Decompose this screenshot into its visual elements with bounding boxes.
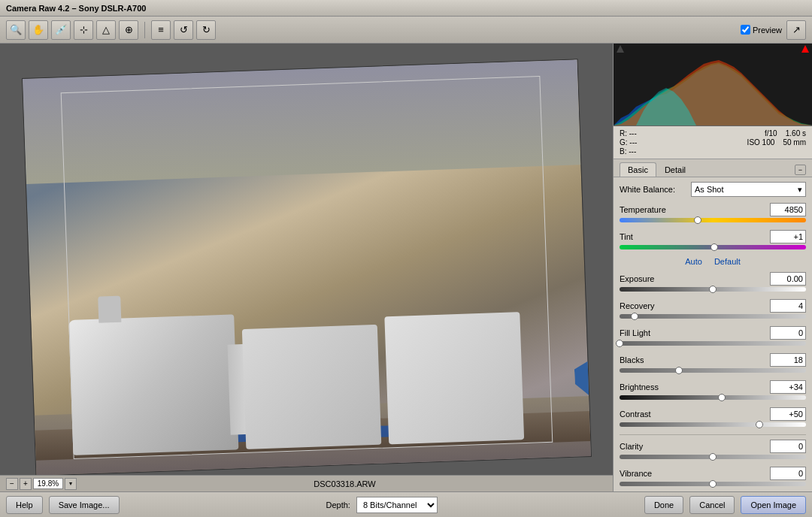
white-balance-value: As Shot (695, 185, 724, 194)
vibrance-slider[interactable] (620, 482, 806, 486)
exposure-slider[interactable] (620, 287, 806, 292)
focal-value: 50 mm (783, 138, 806, 147)
depth-select[interactable]: 8 Bits/Channel 16 Bits/Channel (356, 497, 438, 513)
recovery-value[interactable]: 4 (770, 299, 806, 313)
blacks-thumb[interactable] (675, 367, 683, 374)
histogram (614, 44, 812, 126)
clarity-thumb[interactable] (709, 453, 717, 461)
clarity-slider[interactable] (620, 455, 806, 459)
fill-light-row: Fill Light 0 (620, 326, 806, 346)
blacks-slider[interactable] (620, 368, 806, 373)
car2 (384, 312, 524, 444)
brightness-slider[interactable] (620, 395, 806, 400)
save-button[interactable]: Save Image... (49, 496, 120, 514)
exposure-label: Exposure (620, 274, 680, 283)
crop-tool-btn[interactable]: ⊹ (74, 20, 93, 40)
zoom-tool-btn[interactable]: 🔍 (6, 20, 26, 40)
exposure-value[interactable]: 0.00 (770, 272, 806, 286)
retouch-tool-btn[interactable]: ⊕ (119, 20, 138, 40)
zoom-dropdown-btn[interactable]: ▾ (65, 478, 77, 490)
train-image[interactable] (21, 59, 591, 476)
recovery-thumb[interactable] (631, 313, 638, 320)
redo-btn[interactable]: ↻ (196, 20, 216, 40)
auto-link[interactable]: Auto (685, 257, 702, 266)
recovery-slider[interactable] (620, 314, 806, 319)
blacks-row: Blacks 18 (620, 353, 806, 373)
locomotive (68, 314, 238, 455)
brightness-top: Brightness +34 (620, 380, 806, 394)
r-label: R: --- (620, 129, 637, 138)
histogram-highlight-warning (801, 45, 809, 53)
zoom-in-btn[interactable]: + (20, 478, 32, 490)
fullscreen-btn[interactable]: ↗ (786, 20, 806, 40)
recovery-top: Recovery 4 (620, 299, 806, 313)
brightness-thumb[interactable] (718, 394, 726, 401)
panel-minimize-btn[interactable]: − (795, 165, 806, 175)
vibrance-row: Vibrance 0 (620, 467, 806, 486)
contrast-slider[interactable] (620, 422, 806, 427)
histogram-shadow-warning (617, 45, 624, 53)
temperature-thumb[interactable] (694, 216, 701, 224)
hand-tool-btn[interactable]: ✋ (29, 20, 48, 40)
white-balance-row: White Balance: As Shot ▾ (620, 182, 806, 197)
vibrance-thumb[interactable] (709, 480, 717, 488)
brightness-value[interactable]: +34 (770, 380, 806, 394)
g-label: G: --- (620, 138, 637, 147)
panel-divider (620, 434, 806, 435)
preview-checkbox-container[interactable]: Preview (741, 25, 782, 35)
help-button[interactable]: Help (6, 496, 43, 514)
zoom-value[interactable]: 19.8% (33, 478, 63, 489)
toolbar: 🔍 ✋ 💉 ⊹ △ ⊕ ≡ ↺ ↻ Preview ↗ (0, 17, 812, 44)
contrast-thumb[interactable] (756, 421, 763, 428)
temperature-label: Temperature (620, 205, 680, 214)
blacks-value[interactable]: 18 (770, 353, 806, 367)
cancel-button[interactable]: Cancel (689, 496, 735, 514)
vibrance-top: Vibrance 0 (620, 467, 806, 480)
tint-row: Tint +1 (620, 230, 806, 249)
undo-btn[interactable]: ↺ (174, 20, 193, 40)
temperature-value[interactable]: 4850 (770, 203, 806, 216)
done-button[interactable]: Done (644, 496, 683, 514)
default-link[interactable]: Default (714, 257, 741, 266)
exposure-row: Exposure 0.00 (620, 272, 806, 292)
eyedropper-tool-btn[interactable]: 💉 (51, 20, 71, 40)
brightness-label: Brightness (620, 382, 680, 392)
fill-light-slider[interactable] (620, 341, 806, 346)
canvas-area: − + 19.8% ▾ DSC03318.ARW (0, 44, 613, 491)
contrast-row: Contrast +50 (620, 407, 806, 427)
camera-info: f/10 1.60 s ISO 100 50 mm (747, 129, 806, 156)
clarity-value[interactable]: 0 (770, 440, 806, 453)
fill-light-value[interactable]: 0 (770, 326, 806, 340)
straighten-tool-btn[interactable]: △ (96, 20, 116, 40)
g-letter: G: (620, 138, 628, 147)
adjust-btn[interactable]: ≡ (151, 20, 171, 40)
white-balance-label: White Balance: (620, 185, 691, 194)
clarity-row: Clarity 0 (620, 440, 806, 459)
exposure-thumb[interactable] (709, 286, 717, 293)
contrast-value[interactable]: +50 (770, 407, 806, 421)
tint-value[interactable]: +1 (770, 230, 806, 243)
image-container (29, 68, 585, 467)
vibrance-label: Vibrance (620, 469, 680, 478)
zoom-controls: − + 19.8% ▾ (6, 478, 77, 490)
vibrance-value[interactable]: 0 (770, 467, 806, 480)
open-image-button[interactable]: Open Image (741, 496, 806, 514)
preview-area: Preview ↗ (741, 20, 806, 40)
fill-light-thumb[interactable] (616, 340, 623, 347)
iso-focal: ISO 100 50 mm (747, 138, 806, 147)
temperature-slider[interactable] (620, 218, 806, 222)
tint-thumb[interactable] (710, 243, 718, 251)
tab-basic[interactable]: Basic (620, 162, 656, 177)
panel-content: White Balance: As Shot ▾ Temperature 485… (614, 177, 812, 491)
aperture-shutter: f/10 1.60 s (765, 129, 806, 138)
zoom-out-btn[interactable]: − (6, 478, 18, 490)
recovery-row: Recovery 4 (620, 299, 806, 319)
contrast-top: Contrast +50 (620, 407, 806, 421)
bottom-bar: Help Save Image... Depth: 8 Bits/Channel… (0, 491, 812, 517)
shield-logo (574, 358, 592, 401)
white-balance-dropdown[interactable]: As Shot ▾ (691, 182, 806, 197)
fill-light-top: Fill Light 0 (620, 326, 806, 340)
preview-checkbox[interactable] (741, 25, 750, 35)
tab-detail[interactable]: Detail (656, 162, 694, 177)
tint-slider[interactable] (620, 245, 806, 249)
